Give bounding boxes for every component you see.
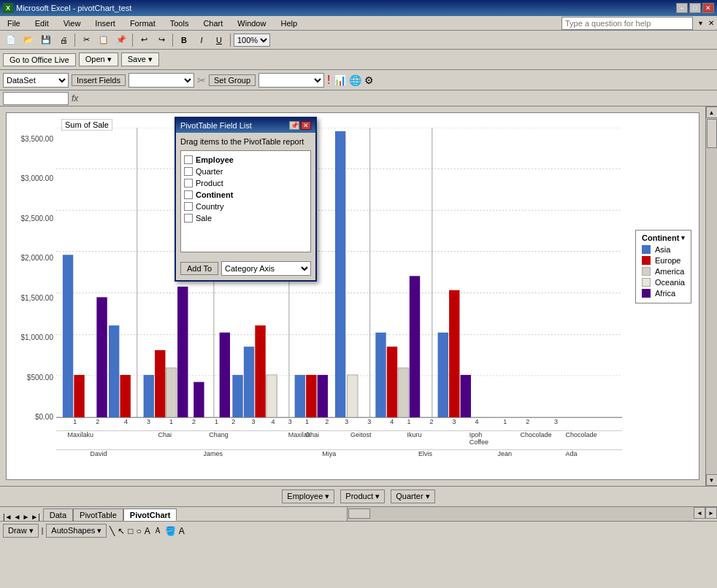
rect-tool[interactable]: □	[128, 526, 133, 536]
line-tool[interactable]: ╲	[110, 526, 115, 536]
field-checkbox-product[interactable]	[184, 179, 193, 187]
go-to-office-button[interactable]: Go to Office Live	[3, 53, 76, 66]
tab-pivotchart[interactable]: PivotChart	[123, 508, 177, 521]
new-button[interactable]: 📄	[3, 33, 19, 47]
oval-tool[interactable]: ○	[137, 526, 142, 536]
dialog-pin-button[interactable]: 📌	[289, 121, 299, 130]
menu-insert[interactable]: Insert	[91, 18, 120, 29]
close-button[interactable]: ✕	[702, 3, 714, 13]
category-axis-select[interactable]: Category Axis Series Axis Page Area	[221, 261, 311, 276]
zoom-select[interactable]: 100% 75% 50%	[234, 34, 270, 47]
globe-icon[interactable]: 🌐	[349, 74, 361, 86]
tab-next-button[interactable]: ►	[22, 513, 29, 521]
toolbar-sep-1	[74, 34, 75, 47]
quarter-filter-button[interactable]: Quarter ▾	[391, 490, 434, 503]
scroll-thumb[interactable]	[707, 119, 717, 148]
open-button[interactable]: 📂	[20, 33, 37, 47]
scroll-left-button[interactable]: ◄	[694, 507, 705, 519]
textbox-tool[interactable]: A	[145, 526, 150, 536]
open-button-office[interactable]: Open ▾	[79, 53, 118, 66]
arrow-tool[interactable]: ↖	[118, 526, 125, 536]
svg-rect-27	[306, 375, 316, 417]
fill-color-tool[interactable]: 🪣	[165, 526, 176, 536]
redo-button[interactable]: ↪	[153, 33, 169, 47]
tab-prev-button[interactable]: ◄	[14, 513, 21, 521]
field-checkbox-sale[interactable]	[184, 214, 193, 223]
scroll-track[interactable]	[706, 118, 717, 474]
refresh-icon[interactable]: !	[327, 74, 330, 87]
set-group-select[interactable]	[258, 73, 324, 88]
svg-rect-32	[375, 333, 386, 417]
autoshapes-button[interactable]: AutoShapes ▾	[46, 524, 107, 538]
dialog-title-bar: PivotTable Field List 📌 ✕	[176, 118, 315, 133]
svg-rect-23	[255, 325, 265, 417]
chart-icon[interactable]: 📊	[334, 74, 346, 86]
menu-edit[interactable]: Edit	[31, 18, 53, 29]
field-checkbox-continent[interactable]	[184, 190, 193, 199]
set-group-button[interactable]: Set Group	[209, 74, 256, 86]
menu-view[interactable]: View	[59, 18, 85, 29]
menu-tools[interactable]: Tools	[166, 18, 193, 29]
field-checkbox-quarter[interactable]	[184, 167, 193, 176]
title-bar-left: X Microsoft Excel - pivotChart_test	[3, 3, 131, 13]
menu-chart[interactable]: Chart	[199, 18, 227, 29]
field-checkbox-employee[interactable]	[184, 155, 193, 164]
dialog-close-button[interactable]: ✕	[301, 121, 311, 130]
y-label-3500: $3,500.00	[21, 135, 54, 143]
product-filter-button[interactable]: Product ▾	[340, 490, 385, 503]
save-button-office[interactable]: Save ▾	[121, 53, 159, 66]
maximize-button[interactable]: □	[689, 3, 701, 13]
underline-button[interactable]: U	[211, 33, 227, 47]
h-scroll-thumb[interactable]	[348, 508, 370, 519]
cell-reference[interactable]	[3, 92, 69, 105]
insert-fields-button[interactable]: Insert Fields	[72, 74, 126, 86]
minimize-button[interactable]: −	[676, 3, 688, 13]
legend-color-europe	[642, 256, 651, 265]
bold-button[interactable]: B	[176, 33, 192, 47]
field-checkbox-country[interactable]	[184, 202, 193, 211]
print-button[interactable]: 🖨	[55, 33, 72, 47]
legend-dropdown-icon[interactable]: ▾	[681, 234, 685, 241]
undo-button[interactable]: ↩	[136, 33, 152, 47]
copy-button[interactable]: 📋	[96, 33, 112, 47]
insert-fields-select[interactable]	[129, 73, 194, 88]
svg-rect-10	[96, 297, 107, 417]
field-item-product[interactable]: Product	[184, 177, 307, 189]
field-item-sale[interactable]: Sale	[184, 212, 307, 224]
paste-button[interactable]: 📌	[113, 33, 129, 47]
field-item-continent[interactable]: Continent	[184, 189, 307, 201]
menu-help[interactable]: Help	[276, 18, 302, 29]
tab-last-button[interactable]: ►|	[31, 513, 40, 521]
menu-window[interactable]: Window	[233, 18, 270, 29]
scissors-icon[interactable]: ✂	[197, 74, 206, 86]
h-scroll-track[interactable]	[347, 507, 694, 521]
dataset-select[interactable]: DataSet	[3, 73, 69, 88]
scroll-right-button[interactable]: ►	[705, 507, 717, 519]
svg-rect-14	[144, 375, 154, 417]
tab-pivottable[interactable]: PivotTable	[73, 508, 123, 521]
field-item-country[interactable]: Country	[184, 201, 307, 212]
draw-button[interactable]: Draw ▾	[3, 524, 39, 538]
employee-filter-button[interactable]: Employee ▾	[282, 490, 334, 503]
tab-first-button[interactable]: |◄	[3, 513, 12, 521]
italic-button[interactable]: I	[193, 33, 210, 47]
cut-button[interactable]: ✂	[78, 33, 94, 47]
help-close-icon[interactable]: ✕	[708, 19, 714, 27]
chart-svg	[56, 128, 622, 417]
tab-data[interactable]: Data	[43, 508, 73, 521]
menu-file[interactable]: File	[3, 18, 25, 29]
field-item-employee[interactable]: Employee	[184, 154, 307, 166]
scroll-up-button[interactable]: ▲	[706, 107, 718, 118]
wordart-tool[interactable]: Ａ	[153, 525, 162, 537]
menu-format[interactable]: Format	[126, 18, 160, 29]
save-button[interactable]: 💾	[38, 33, 54, 47]
svg-rect-37	[438, 333, 448, 417]
settings-icon[interactable]: ⚙	[364, 74, 374, 86]
svg-rect-21	[232, 375, 242, 417]
legend-item-asia: Asia	[642, 245, 685, 254]
font-color-tool[interactable]: A	[179, 526, 185, 536]
help-search-input[interactable]	[561, 17, 693, 30]
field-item-quarter[interactable]: Quarter	[184, 166, 307, 177]
add-to-button[interactable]: Add To	[180, 262, 218, 275]
scroll-down-button[interactable]: ▼	[706, 474, 718, 486]
